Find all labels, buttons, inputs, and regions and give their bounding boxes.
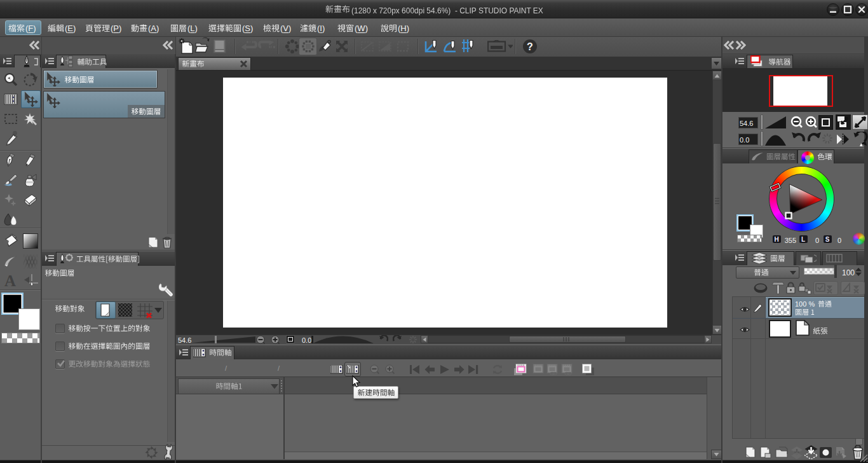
svg-text:?: ? [527, 41, 533, 52]
